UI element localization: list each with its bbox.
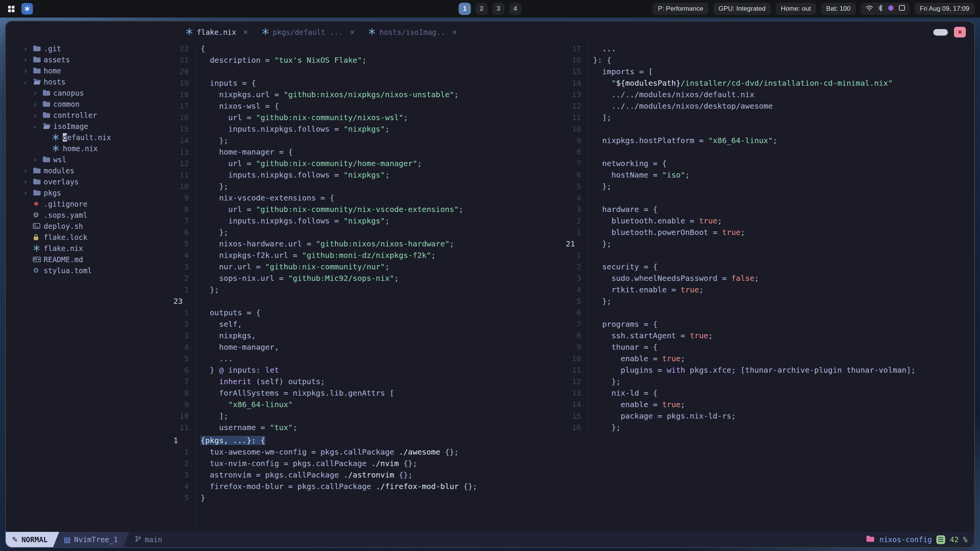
tree-item-isoimage[interactable]: ›isoImage: [6, 121, 170, 132]
tab-hosts-isoimag[interactable]: hosts/isoImag..×: [361, 21, 464, 43]
code-line[interactable]: 11 plugins = with pkgs.xfce; [thunar-arc…: [563, 364, 974, 376]
code-line[interactable]: 9 nixpkgs.hostPlatform = "x86_64-linux";: [563, 135, 974, 146]
code-line[interactable]: 23: [170, 295, 562, 307]
tab-close-icon[interactable]: ×: [452, 28, 457, 37]
code-line[interactable]: 5}: [170, 492, 974, 504]
code-line[interactable]: 6 hostName = "iso";: [563, 169, 974, 181]
code-line[interactable]: 6: [563, 307, 974, 318]
code-line[interactable]: 12 };: [563, 376, 974, 387]
code-line[interactable]: 14 "${modulesPath}/installer/cd-dvd/inst…: [563, 77, 974, 89]
code-line[interactable]: 16 };: [563, 422, 974, 433]
code-line[interactable]: 5 ...: [170, 353, 562, 364]
code-line[interactable]: 11 ];: [563, 112, 974, 123]
tree-item-pkgs[interactable]: ›pkgs: [6, 187, 170, 198]
app-icon[interactable]: [21, 3, 33, 15]
tree-item-flake-lock[interactable]: flake.lock: [6, 231, 170, 243]
bluetooth-icon[interactable]: [878, 5, 883, 13]
code-line[interactable]: 10 ];: [170, 410, 562, 422]
workspace-button-4[interactable]: 4: [509, 3, 521, 15]
code-line[interactable]: 8: [563, 146, 974, 158]
tree-item-assets[interactable]: ›assets: [6, 54, 170, 65]
code-line[interactable]: 7 programs = {: [563, 318, 974, 330]
workspace-button-1[interactable]: 1: [459, 3, 471, 15]
wifi-icon[interactable]: [866, 5, 873, 13]
code-line[interactable]: 3 hardware = {: [563, 204, 974, 215]
tree-item-overlays[interactable]: ›overlays: [6, 176, 170, 187]
launcher-icon[interactable]: [5, 3, 17, 15]
code-line[interactable]: 1: [563, 249, 974, 261]
code-line[interactable]: 9 "x86_64-linux": [170, 399, 562, 410]
tab-flake-nix[interactable]: flake.nix×: [179, 21, 255, 43]
code-line[interactable]: 1 outputs = {: [170, 307, 562, 318]
code-line[interactable]: 14 enable = true;: [563, 399, 974, 410]
code-line[interactable]: 22{: [170, 43, 562, 54]
tree-item-deploy-sh[interactable]: deploy.sh: [6, 220, 170, 231]
code-line[interactable]: 16 url = "github:nix-community/nixos-wsl…: [170, 112, 562, 123]
tree-item-hosts[interactable]: ›hosts: [6, 76, 170, 87]
workspace-button-3[interactable]: 3: [492, 3, 505, 15]
code-line[interactable]: 4 firefox-mod-blur = pkgs.callPackage ./…: [170, 481, 974, 492]
code-line[interactable]: 11 username = "tux";: [170, 422, 562, 433]
code-line[interactable]: 15 package = pkgs.nix-ld-rs;: [563, 410, 974, 422]
code-line[interactable]: 7 networking = {: [563, 158, 974, 169]
code-line[interactable]: 2 bluetooth.enable = true;: [563, 215, 974, 227]
code-line[interactable]: 1 bluetooth.powerOnBoot = true;: [563, 227, 974, 238]
code-line[interactable]: 8 forAllSystems = nixpkgs.lib.genAttrs [: [170, 387, 562, 399]
tree-item-stylua-toml[interactable]: ⚙stylua.toml: [6, 265, 170, 276]
code-line[interactable]: 12 url = "github:nix-community/home-mana…: [170, 158, 562, 169]
tree-item-git[interactable]: ›.git: [6, 43, 170, 54]
tab-close-icon[interactable]: ×: [350, 28, 355, 37]
tab-pkgs-default[interactable]: pkgs/default ...×: [255, 21, 362, 43]
code-line[interactable]: 4: [563, 192, 974, 204]
code-line[interactable]: 3 nixpkgs,: [170, 330, 562, 341]
tree-item-common[interactable]: ›common: [6, 98, 170, 109]
workspace-button-2[interactable]: 2: [475, 3, 488, 15]
code-line[interactable]: 4 home-manager,: [170, 341, 562, 353]
code-line[interactable]: 4 rtkit.enable = true;: [563, 284, 974, 295]
tree-item-wsl[interactable]: ›wsl: [6, 154, 170, 165]
tree-item-flake-nix[interactable]: flake.nix: [6, 243, 170, 254]
code-line[interactable]: 17 nixos-wsl = {: [170, 100, 562, 112]
code-line[interactable]: 7 inherit (self) outputs;: [170, 376, 562, 387]
code-line[interactable]: 13 ../../modules/nixos/default.nix: [563, 89, 974, 100]
tree-item-home[interactable]: ›home: [6, 65, 170, 76]
code-line[interactable]: 2 tux-nvim-config = pkgs.callPackage ./n…: [170, 458, 974, 469]
tree-item-sops-yaml[interactable]: ⚙.sops.yaml: [6, 209, 170, 220]
code-line[interactable]: 15 imports = [: [563, 66, 974, 77]
code-line[interactable]: 5 };: [563, 295, 974, 307]
code-line[interactable]: 5 };: [563, 181, 974, 192]
code-line[interactable]: 3 sudo.wheelNeedsPassword = false;: [563, 272, 974, 284]
code-line[interactable]: 17 ...: [563, 43, 974, 54]
code-line[interactable]: 10: [563, 123, 974, 135]
code-line[interactable]: 9 nix-vscode-extensions = {: [170, 192, 562, 204]
tree-item-canopus[interactable]: ›canopus: [6, 87, 170, 98]
code-line[interactable]: 3 nur.url = "github:nix-community/nur";: [170, 261, 562, 272]
code-line[interactable]: 6 } @ inputs: let: [170, 364, 562, 376]
code-line[interactable]: 13 nix-ld = {: [563, 387, 974, 399]
code-line[interactable]: 12 ../../modules/nixos/desktop/awesome: [563, 100, 974, 112]
code-line[interactable]: 2 sops-nix.url = "github:Mic92/sops-nix"…: [170, 272, 562, 284]
code-line[interactable]: 21 };: [563, 238, 974, 249]
tree-item-controller[interactable]: ›controller: [6, 109, 170, 121]
code-line[interactable]: 1 };: [170, 284, 562, 295]
code-line[interactable]: 8 url = "github:nix-community/nix-vscode…: [170, 204, 562, 215]
tree-item-readme-md[interactable]: README.md: [6, 254, 170, 265]
code-line[interactable]: 5 nixos-hardware.url = "github:nixos/nix…: [170, 238, 562, 249]
tree-item-default-nix[interactable]: default.nix: [6, 132, 170, 143]
code-line[interactable]: 13 home-manager = {: [170, 146, 562, 158]
tab-close-icon[interactable]: ×: [243, 28, 248, 37]
code-line[interactable]: 20: [170, 66, 562, 77]
code-line[interactable]: 1 tux-awesome-wm-config = pkgs.callPacka…: [170, 446, 974, 458]
screen-icon[interactable]: [899, 5, 905, 13]
code-line[interactable]: 7 inputs.nixpkgs.follows = "nixpkgs";: [170, 215, 562, 227]
window-close-button[interactable]: ×: [954, 27, 966, 37]
accent-dot-icon[interactable]: [888, 5, 894, 13]
code-line[interactable]: 10 };: [170, 181, 562, 192]
code-line[interactable]: 18 nixpkgs.url = "github:nixos/nixpkgs/n…: [170, 89, 562, 100]
code-line[interactable]: 1{pkgs, ...}: {: [170, 435, 974, 446]
tree-item-modules[interactable]: ›modules: [6, 165, 170, 176]
code-line[interactable]: 2 security = {: [563, 261, 974, 272]
ontop-toggle[interactable]: [933, 29, 948, 36]
code-line[interactable]: 19 inputs = {: [170, 77, 562, 89]
code-line[interactable]: 3 astronvim = pkgs.callPackage ./astronv…: [170, 469, 974, 481]
